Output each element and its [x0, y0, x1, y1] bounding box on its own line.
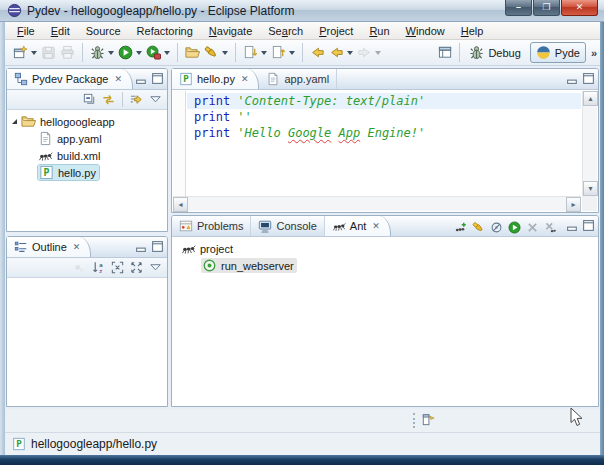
- menu-refactoring[interactable]: Refactoring: [129, 24, 201, 38]
- minimize-view-icon[interactable]: [566, 219, 579, 235]
- perspective-pydev-button[interactable]: Pyde: [530, 42, 586, 63]
- menu-help[interactable]: Help: [453, 24, 492, 38]
- menu-search[interactable]: Search: [260, 24, 311, 38]
- mouse-cursor: [570, 407, 584, 428]
- collapse-all-button[interactable]: [82, 92, 97, 108]
- menu-source[interactable]: Source: [78, 24, 129, 38]
- minimize-view-icon[interactable]: [135, 72, 148, 85]
- close-view-icon[interactable]: ✕: [114, 74, 122, 84]
- tree-item-hellogoogleapp[interactable]: hellogoogleapp: [7, 113, 167, 130]
- tab-ant[interactable]: Ant✕: [325, 216, 391, 236]
- run-external-tools-button[interactable]: [144, 42, 172, 64]
- menu-file[interactable]: File: [9, 24, 43, 38]
- dropdown-arrow-icon[interactable]: [31, 51, 37, 55]
- tree-item-build-xml[interactable]: build.xml: [7, 147, 167, 164]
- tree-item-hello-py[interactable]: Phello.py: [7, 164, 167, 181]
- annotation-ruler[interactable]: [173, 91, 186, 196]
- title-bar[interactable]: Pydev - hellogoogleapp/hello.py - Eclips…: [0, 0, 604, 22]
- new-wizard-button[interactable]: [11, 42, 39, 64]
- scroll-right-arrow[interactable]: ▸: [566, 197, 581, 212]
- dropdown-arrow-icon[interactable]: [347, 51, 353, 55]
- expanded-twistie-icon[interactable]: [12, 119, 17, 124]
- scroll-up-arrow[interactable]: ▴: [583, 91, 598, 106]
- maximize-view-icon[interactable]: [151, 72, 164, 85]
- maximize-button[interactable]: ❐: [533, 0, 560, 16]
- tab-problems[interactable]: Problems: [172, 216, 251, 236]
- close-button[interactable]: ✕: [561, 0, 598, 16]
- tab-hello-py[interactable]: Phello.py✕: [172, 69, 259, 89]
- dropdown-arrow-icon[interactable]: [164, 51, 170, 55]
- hide-internal-targets-button[interactable]: [490, 219, 503, 235]
- dropdown-arrow-icon[interactable]: [108, 51, 114, 55]
- tab-outline[interactable]: Outline ✕: [7, 237, 91, 257]
- minimize-view-icon[interactable]: [566, 72, 579, 85]
- view-menu-button[interactable]: [148, 92, 163, 108]
- view-menu-button[interactable]: [148, 260, 163, 276]
- hide-comments-button[interactable]: [72, 260, 87, 276]
- close-tab-icon[interactable]: ✕: [372, 221, 380, 231]
- forward-button[interactable]: [355, 42, 383, 64]
- menu-project[interactable]: Project: [311, 24, 361, 38]
- minimize-view-icon[interactable]: [135, 240, 148, 253]
- search-buildfiles-button[interactable]: [472, 219, 485, 235]
- open-wizard-button[interactable]: [183, 42, 202, 64]
- maximize-view-icon[interactable]: [151, 240, 164, 253]
- maximize-view-icon[interactable]: [582, 72, 595, 85]
- debug-button[interactable]: [88, 42, 116, 64]
- add-buildfiles-button[interactable]: [454, 219, 467, 235]
- save-button[interactable]: [39, 42, 58, 64]
- next-annotation-button[interactable]: [241, 42, 269, 64]
- perspective-overflow-chevron[interactable]: »: [591, 47, 597, 59]
- minimize-button[interactable]: –: [505, 0, 532, 16]
- remove-all-button[interactable]: [544, 219, 557, 235]
- run-button[interactable]: [116, 42, 144, 64]
- collapse-branch-button[interactable]: [110, 260, 125, 276]
- last-edit-location-button[interactable]: [308, 42, 327, 64]
- tree-item-app-yaml[interactable]: app.yaml: [7, 130, 167, 147]
- menu-edit[interactable]: Edit: [43, 24, 78, 38]
- code-editor[interactable]: print 'Content-Type: text/plain'print ''…: [173, 91, 597, 211]
- dropdown-arrow-icon[interactable]: [136, 51, 142, 55]
- code-line[interactable]: print 'Content-Type: text/plain': [187, 93, 581, 109]
- trim-drag-handle[interactable]: [413, 413, 415, 428]
- dropdown-arrow-icon[interactable]: [222, 51, 228, 55]
- vertical-scrollbar[interactable]: ▴ ▾: [582, 91, 597, 196]
- run-target-button[interactable]: [508, 219, 521, 235]
- perspective-debug-button[interactable]: Debug: [464, 43, 525, 62]
- print-button[interactable]: [58, 42, 77, 64]
- back-button[interactable]: [327, 42, 355, 64]
- tree-item-project[interactable]: project: [172, 240, 598, 257]
- horizontal-scrollbar[interactable]: ◂ ▸: [173, 196, 581, 211]
- link-with-editor-button[interactable]: [101, 92, 116, 108]
- scroll-left-arrow[interactable]: ◂: [173, 197, 188, 212]
- filters-button[interactable]: [129, 92, 144, 108]
- save-icon: [41, 45, 56, 60]
- open-perspective-button[interactable]: [436, 42, 455, 64]
- previous-annotation-button[interactable]: [269, 42, 297, 64]
- bottom-trim: [5, 409, 600, 432]
- tab-pydev-package[interactable]: Pydev Package ✕: [7, 69, 133, 89]
- dropdown-arrow-icon[interactable]: [289, 51, 295, 55]
- dropdown-arrow-icon[interactable]: [375, 51, 381, 55]
- code-area[interactable]: print 'Content-Type: text/plain'print ''…: [187, 91, 581, 196]
- close-view-icon[interactable]: ✕: [73, 242, 81, 252]
- tree-item-run-webserver[interactable]: run_webserver: [172, 257, 598, 274]
- menu-run[interactable]: Run: [361, 24, 397, 38]
- maximize-view-icon[interactable]: [582, 219, 595, 235]
- outline-tab-row: Outline ✕: [7, 237, 167, 258]
- window-border-right: [600, 22, 604, 455]
- search-button[interactable]: [202, 42, 230, 64]
- dropdown-arrow-icon[interactable]: [261, 51, 267, 55]
- tab-console[interactable]: Console: [251, 216, 324, 236]
- tab-app-yaml[interactable]: app.yaml: [259, 69, 337, 89]
- expand-branch-button[interactable]: [129, 260, 144, 276]
- close-tab-icon[interactable]: ✕: [241, 74, 249, 84]
- scroll-down-arrow[interactable]: ▾: [583, 181, 598, 196]
- sort-alphabetically-button[interactable]: az: [91, 260, 106, 276]
- menu-navigate[interactable]: Navigate: [201, 24, 260, 38]
- remove-button[interactable]: [526, 219, 539, 235]
- menu-window[interactable]: Window: [398, 24, 453, 38]
- fast-view-icon[interactable]: [420, 412, 435, 427]
- code-line[interactable]: print 'Hello Google App Engine!': [187, 125, 581, 141]
- code-line[interactable]: print '': [187, 109, 581, 125]
